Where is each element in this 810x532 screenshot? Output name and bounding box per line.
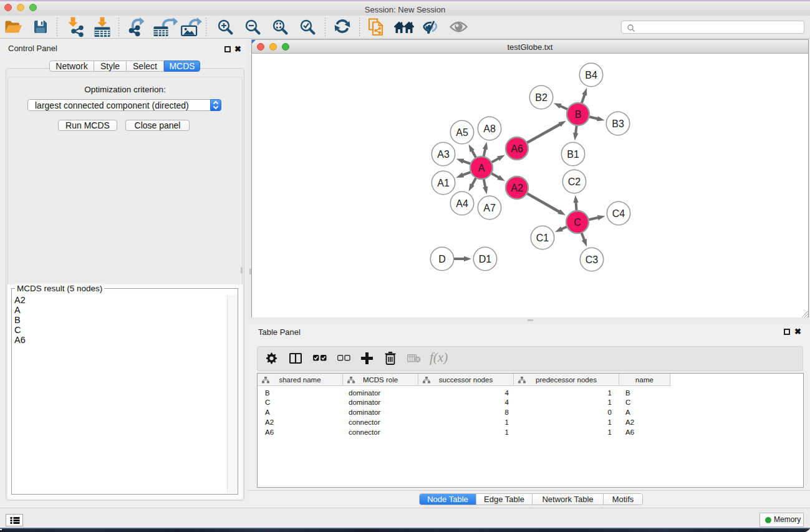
svg-text:A8: A8 <box>483 123 496 134</box>
svg-text:A1: A1 <box>437 178 450 188</box>
svg-text:B1: B1 <box>567 149 579 160</box>
svg-text:C: C <box>574 217 581 228</box>
svg-text:B: B <box>575 109 582 120</box>
svg-text:C1: C1 <box>536 233 549 243</box>
svg-text:D1: D1 <box>479 254 492 264</box>
svg-text:A2: A2 <box>511 183 523 193</box>
svg-text:D: D <box>438 254 446 264</box>
svg-text:C3: C3 <box>586 254 599 265</box>
svg-text:B2: B2 <box>535 92 547 103</box>
svg-text:A3: A3 <box>437 149 450 160</box>
svg-text:C4: C4 <box>612 208 625 219</box>
svg-text:A7: A7 <box>483 203 496 213</box>
svg-text:A6: A6 <box>511 143 523 154</box>
svg-text:A5: A5 <box>456 127 468 138</box>
svg-text:B3: B3 <box>612 118 624 129</box>
svg-text:C2: C2 <box>568 177 581 187</box>
svg-text:A4: A4 <box>456 198 468 209</box>
svg-text:A: A <box>478 163 485 173</box>
svg-text:B4: B4 <box>585 70 597 80</box>
